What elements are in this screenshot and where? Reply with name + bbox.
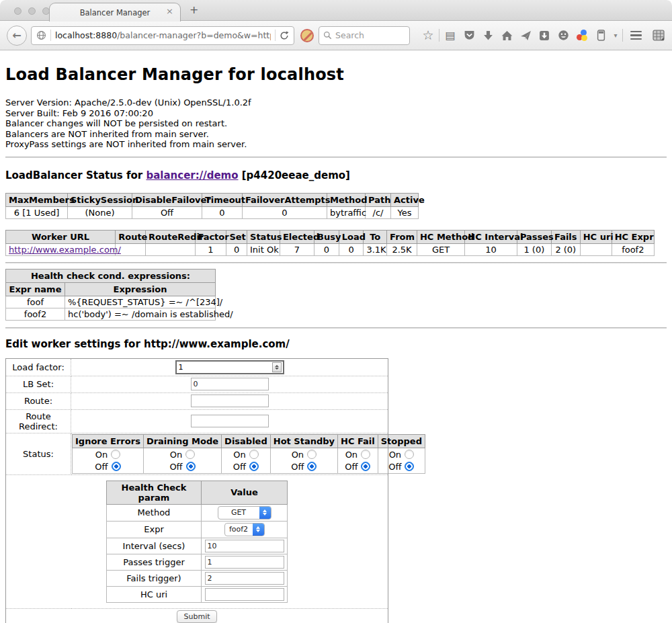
globe-icon xyxy=(36,30,46,40)
download-box-icon[interactable] xyxy=(535,26,554,46)
search-input[interactable] xyxy=(335,30,405,40)
stopped-on-radio[interactable] xyxy=(405,450,414,459)
off-label: Off xyxy=(95,462,108,472)
number-stepper-icon[interactable] xyxy=(272,362,282,372)
hc-fail-off-radio[interactable] xyxy=(361,462,370,471)
tab-close-icon[interactable]: × xyxy=(166,7,173,15)
back-button[interactable]: ← xyxy=(7,26,27,46)
toolbar-separator2 xyxy=(622,29,623,42)
col-hc-param: Health Check param xyxy=(107,481,202,504)
hot-standby-off-radio[interactable] xyxy=(307,462,317,471)
feedback-smiley-icon[interactable] xyxy=(554,26,573,46)
content-blocked-icon[interactable] xyxy=(300,29,314,42)
send-plane-icon[interactable] xyxy=(516,26,535,46)
hc-uri-input[interactable] xyxy=(205,588,284,601)
worker-header-row: Worker URL Route RouteRedir Factor Set S… xyxy=(6,230,655,243)
expr-label: Expr xyxy=(107,521,202,538)
passes-row: Passes trigger xyxy=(107,554,288,570)
col-hc-value: Value xyxy=(202,481,288,504)
proxypass-notice-line: ProxyPass settings are NOT inherited fro… xyxy=(5,139,667,150)
route-redirect-input[interactable] xyxy=(191,415,269,427)
divider2 xyxy=(5,262,667,263)
reload-icon[interactable] xyxy=(280,31,289,40)
url-text[interactable]: localhost:8880/balancer-manager?b=demo&w… xyxy=(55,30,271,40)
urlbar-divider xyxy=(50,30,51,41)
col-ignore-errors: Ignore Errors xyxy=(73,434,144,448)
col-stopped: Stopped xyxy=(378,434,425,448)
hot-standby-on-radio[interactable] xyxy=(307,450,317,459)
window-close-button[interactable] xyxy=(14,7,22,15)
window-minimize-button[interactable] xyxy=(28,7,36,15)
disabled-on-radio[interactable] xyxy=(249,450,259,459)
route-redirect-row: Route Redirect: xyxy=(6,409,388,433)
expr-row-foof: foof %{REQUEST_STATUS} =~ /^[234]/ xyxy=(6,296,216,308)
expr-row: Expr foof2 xyxy=(107,521,288,538)
balancer-link[interactable]: balancer://demo xyxy=(146,169,238,181)
lb-set-row: LB Set: xyxy=(6,376,388,392)
draining-mode-off-radio[interactable] xyxy=(186,462,196,471)
select-chevrons-icon xyxy=(259,507,271,519)
stopped-off-radio[interactable] xyxy=(405,462,414,471)
interval-row: Interval (secs) xyxy=(107,538,288,554)
draining-mode-on-radio[interactable] xyxy=(185,450,195,459)
ignore-errors-on-radio[interactable] xyxy=(111,450,120,459)
reading-list-icon[interactable]: ▤ xyxy=(441,26,460,46)
balancer-status-table: MaxMembers StickySession DisableFailover… xyxy=(5,193,419,219)
col-stickysession: StickySession xyxy=(68,193,132,206)
status-options-table: Ignore Errors Draining Mode Disabled Hot… xyxy=(72,434,425,474)
col-hot-standby: Hot Standby xyxy=(270,434,337,448)
route-input[interactable] xyxy=(191,394,269,407)
pocket-icon[interactable] xyxy=(460,26,478,46)
interval-input[interactable] xyxy=(205,540,284,552)
method-select[interactable]: GET xyxy=(218,506,271,520)
edit-worker-heading: Edit worker settings for http://www.exam… xyxy=(5,338,667,350)
lb-status-heading: LoadBalancer Status for balancer://demo … xyxy=(5,169,667,181)
menu-hamburger-icon[interactable] xyxy=(624,26,647,46)
ignore-errors-off-radio[interactable] xyxy=(112,462,121,471)
on-label: On xyxy=(95,450,108,460)
panels-grid-icon[interactable] xyxy=(647,26,670,46)
server-version-line: Server Version: Apache/2.5.0-dev (Unix) … xyxy=(5,97,667,108)
extension-dots-icon[interactable] xyxy=(573,26,591,46)
route-row: Route: xyxy=(6,392,388,409)
hc-expr-title: Health check cond. expressions: xyxy=(6,269,216,282)
search-icon xyxy=(323,31,332,40)
col-expr-name: Expr name xyxy=(6,282,65,296)
worker-url-link[interactable]: http://www.example.com/ xyxy=(9,245,121,255)
edit-worker-form: Load factor: LB Set: Route: Route Redire… xyxy=(5,358,388,623)
server-built-line: Server Built: Feb 9 2016 07:00:20 xyxy=(5,108,667,119)
search-bar[interactable] xyxy=(319,26,410,45)
submit-button[interactable]: Submit xyxy=(177,610,216,623)
load-factor-label: Load factor: xyxy=(6,358,71,376)
overflow-caret-icon[interactable]: ▾ xyxy=(610,26,621,46)
address-bar[interactable]: localhost:8880/balancer-manager?b=demo&w… xyxy=(31,26,294,45)
hc-fail-on-radio[interactable] xyxy=(361,450,370,459)
new-tab-button[interactable]: + xyxy=(190,3,198,16)
lb-set-input[interactable] xyxy=(191,378,269,390)
lb-set-label: LB Set: xyxy=(6,376,71,392)
battery-device-icon[interactable] xyxy=(591,26,610,46)
col-timeout: Timeout xyxy=(202,193,243,206)
method-label: Method xyxy=(107,504,202,521)
status-row: Status: Ignore Errors Draining Mode Disa… xyxy=(6,433,388,474)
passes-input[interactable] xyxy=(205,556,284,569)
status-label: Status: xyxy=(6,433,71,474)
fails-input[interactable] xyxy=(205,572,284,585)
tab-balancer-manager[interactable]: Balancer Manager × xyxy=(49,3,181,22)
toolbar-separator xyxy=(439,29,439,42)
expr-select[interactable]: foof2 xyxy=(224,523,265,536)
col-hc-fail: HC Fail xyxy=(338,434,378,448)
inherit-notice-line: Balancers are NOT inherited from main se… xyxy=(5,129,667,140)
downloads-arrow-icon[interactable] xyxy=(478,26,497,46)
col-failoverattempts: FailoverAttempts xyxy=(243,193,327,206)
col-disablefailover: DisableFailover xyxy=(132,193,202,206)
disabled-off-radio[interactable] xyxy=(249,462,259,471)
hc-uri-row: HC uri xyxy=(107,586,288,602)
home-icon[interactable] xyxy=(497,26,516,46)
bookmark-star-icon[interactable]: ☆ xyxy=(419,26,437,46)
tab-title: Balancer Manager xyxy=(80,8,151,17)
load-factor-input[interactable] xyxy=(177,362,272,373)
url-path: /balancer-manager?b=demo&w=http://www.ex… xyxy=(117,30,271,40)
persist-notice-line: Balancer changes will NOT be persisted o… xyxy=(5,118,667,129)
route-label: Route: xyxy=(6,392,71,409)
